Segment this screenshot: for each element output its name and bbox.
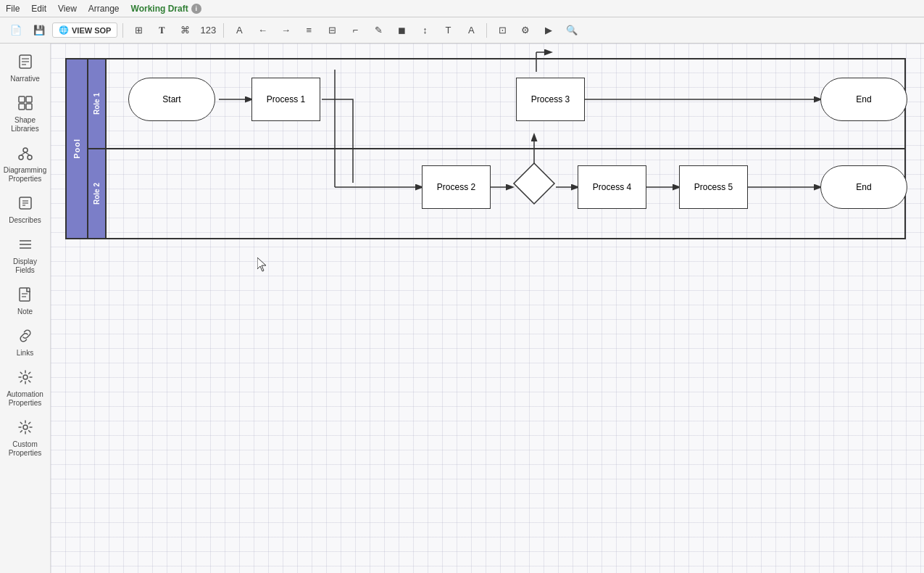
diagramming-properties-label: Diagramming Properties [4,166,46,184]
distribute-btn[interactable]: ↕ [415,20,435,41]
menu-view[interactable]: View [58,4,77,14]
connector-btn[interactable]: ⌐ [345,20,365,41]
info-icon[interactable]: i [191,4,201,14]
svg-rect-7 [26,104,32,110]
sidebar-item-automation-properties[interactable]: Automation Properties [2,365,49,412]
process5-label: Process 5 [694,182,733,192]
note-icon [17,286,33,306]
custom-properties-label: Custom Properties [5,440,46,458]
extra1-btn[interactable]: ⊡ [492,20,512,41]
sidebar-item-note[interactable]: Note [2,282,49,321]
arrow-left-btn[interactable]: ← [252,20,272,41]
note-label: Note [17,308,33,316]
text-size-btn[interactable]: T [438,20,458,41]
svg-line-12 [25,152,30,155]
sidebar-item-describes[interactable]: Describes [2,191,49,229]
svg-line-11 [21,152,25,155]
shape-libraries-label: Shape Libraries [5,116,46,133]
grid-btn[interactable]: ⊞ [128,20,149,41]
lane1-content[interactable]: Start Process 1 Process 3 End [107,59,904,148]
lane-role2[interactable]: Role 2 [88,149,904,238]
lane2-label-col: Role 2 [88,149,107,238]
fill-color-btn[interactable]: A [229,20,249,41]
sidebar-item-links[interactable]: Links [2,323,49,362]
automation-properties-icon [17,369,33,389]
arrow-right-btn[interactable]: → [275,20,296,41]
end1-shape[interactable]: End [820,78,907,121]
font-btn[interactable]: A [461,20,481,41]
number-btn[interactable]: 123 [198,20,218,41]
connect-btn[interactable]: ⌘ [175,20,195,41]
draw-btn[interactable]: ✎ [368,20,388,41]
layout-btn[interactable]: ⊟ [322,20,342,41]
diamond-shape[interactable] [512,162,556,205]
custom-properties-icon [17,419,33,439]
play-btn[interactable]: ▶ [538,20,559,41]
svg-point-10 [28,155,32,160]
sidebar-item-shape-libraries[interactable]: Shape Libraries [2,91,49,138]
process5-shape[interactable]: Process 5 [679,165,748,209]
sidebar-item-diagramming-properties[interactable]: Diagramming Properties [2,141,49,188]
svg-point-8 [23,148,28,152]
process3-label: Process 3 [531,94,570,104]
shape-libraries-icon [17,95,33,115]
view-sop-button[interactable]: 🌐 VIEW SOP [52,22,117,38]
pool-label: Pool [72,139,81,159]
svg-rect-20 [20,288,30,301]
svg-rect-5 [26,96,32,102]
align-btn[interactable]: ≡ [299,20,319,41]
process4-shape[interactable]: Process 4 [578,165,646,209]
narrative-label: Narrative [10,75,40,83]
menu-file[interactable]: File [6,4,20,14]
shape-fill-btn[interactable]: ◼ [391,20,412,41]
end1-label: End [856,94,871,104]
process1-label: Process 1 [267,94,305,104]
process2-shape[interactable]: Process 2 [422,165,491,209]
end2-label: End [856,182,871,192]
process2-label: Process 2 [437,182,475,192]
working-draft-badge: Working Draft i [131,4,201,14]
main-area: Narrative Shape Libraries Diagramming Pr… [0,44,924,573]
sidebar-item-display-fields[interactable]: Display Fields [2,232,49,279]
text-btn[interactable]: 𝐓 [151,20,172,41]
settings-btn[interactable]: ⚙ [515,20,536,41]
sidebar: Narrative Shape Libraries Diagramming Pr… [0,44,51,573]
process4-label: Process 4 [593,182,631,192]
display-fields-icon [17,236,33,256]
menu-arrange[interactable]: Arrange [88,4,120,14]
lane-role1[interactable]: Role 1 [88,59,904,149]
display-fields-label: Display Fields [5,257,46,275]
separator-3 [486,23,487,38]
swimlane-diagram[interactable]: Pool Role 1 [65,58,906,239]
describes-label: Describes [9,216,41,225]
lanes-column: Role 1 [88,59,904,238]
automation-properties-label: Automation Properties [5,390,46,408]
start-label: Start [162,94,180,104]
globe-icon: 🌐 [59,25,69,35]
toolbar: 📄 💾 🌐 VIEW SOP ⊞ 𝐓 ⌘ 123 A ← → ≡ ⊟ ⌐ ✎ ◼… [0,17,924,44]
menu-edit[interactable]: Edit [31,4,46,14]
svg-rect-4 [19,96,25,102]
new-file-btn[interactable]: 📄 [6,20,26,41]
sidebar-item-custom-properties[interactable]: Custom Properties [2,415,49,462]
canvas[interactable]: Pool Role 1 [51,44,924,573]
svg-marker-35 [514,163,554,204]
start-shape[interactable]: Start [128,78,215,121]
end2-shape[interactable]: End [820,165,907,209]
narrative-icon [17,54,33,73]
lane2-content[interactable]: Process 2 Process 4 [107,149,904,238]
lane1-arrows [107,59,904,148]
lane2-label: Role 2 [93,183,101,205]
cursor-indicator [257,257,269,269]
lane1-label: Role 1 [93,93,101,115]
process1-shape[interactable]: Process 1 [251,78,320,121]
process3-shape[interactable]: Process 3 [516,78,585,121]
links-label: Links [17,349,33,358]
separator-2 [223,23,224,38]
links-icon [17,328,33,347]
save-btn[interactable]: 💾 [29,20,49,41]
search-btn[interactable]: 🔍 [562,20,582,41]
pool-label-column: Pool [67,59,88,238]
sidebar-item-narrative[interactable]: Narrative [2,49,49,88]
svg-point-24 [23,425,28,429]
